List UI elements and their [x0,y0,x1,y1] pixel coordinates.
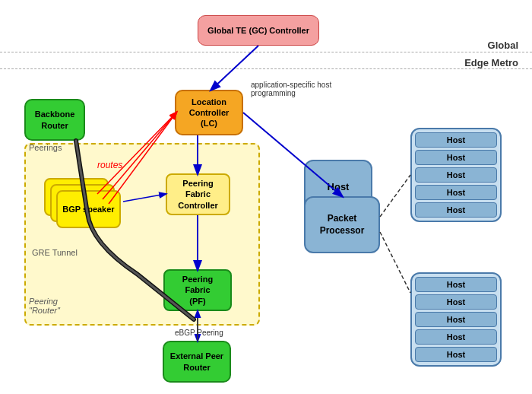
host-item-t5: Host [415,202,497,218]
global-line [0,52,532,52]
host-item-b1: Host [415,277,497,292]
host-item-t1: Host [415,132,497,148]
edge-line [0,68,532,69]
external-peer-router: External PeerRouter [163,341,231,383]
peerings-label: Peerings [29,143,62,152]
global-label: Global [488,40,518,51]
routes-label: routes [97,160,122,170]
host-item-b4: Host [415,329,497,345]
host-item-b5: Host [415,347,497,362]
gre-tunnel-label: GRE Tunnel [32,248,78,257]
host-item-t3: Host [415,167,497,183]
host-item-b3: Host [415,312,497,327]
global-te-controller: Global TE (GC) Controller [198,15,319,46]
host-cluster-top: Host Host Host Host Host [410,128,502,222]
backbone-router: Backbone Router [24,99,85,141]
peering-fabric: PeeringFabric(PF) [163,269,232,311]
svg-line-9 [380,175,410,217]
host-cluster-bottom: Host Host Host Host Host [410,272,502,367]
app-specific-label: application-specific hostprogramming [251,81,331,97]
peering-router-label: Peering"Router" [29,297,60,315]
bgp-box-front: BGP speaker [56,190,121,228]
location-controller: LocationController(LC) [175,90,243,135]
packet-processor: PacketProcessor [304,196,380,253]
svg-line-10 [380,232,410,293]
diagram-container: Global Edge Metro Global TE (GC) Control… [0,0,532,394]
peering-fabric-controller: PeeringFabricController [166,173,230,215]
host-item-t4: Host [415,185,497,200]
host-item-t2: Host [415,150,497,165]
host-item-b2: Host [415,294,497,310]
ebgp-peering-label: eBGP Peering [175,329,223,337]
edge-metro-label: Edge Metro [464,57,518,68]
